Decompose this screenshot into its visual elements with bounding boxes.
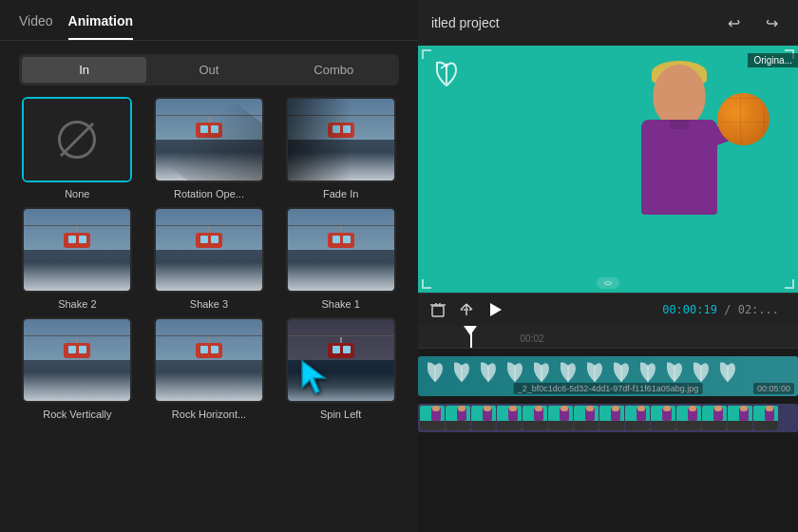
svg-rect-1 — [432, 306, 444, 316]
flip-button[interactable] — [458, 301, 475, 318]
timeline-video-track[interactable]: _2_bf0c1dc6-5d32-4dd1-97df-f11f61a05abg.… — [418, 352, 798, 400]
mini-thumb-13 — [728, 406, 752, 430]
animation-shake-2[interactable]: Shake 2 — [15, 207, 140, 310]
original-badge: Origina... — [748, 53, 798, 67]
mini-thumb-9 — [625, 406, 650, 430]
play-button[interactable] — [486, 301, 504, 318]
animation-rotation-open-thumb — [154, 97, 264, 182]
animations-grid: None — [0, 97, 418, 435]
animation-rock-horizontally[interactable]: Rock Horizont... — [147, 317, 272, 420]
animation-spin-left-thumb — [286, 317, 396, 403]
delete-button[interactable] — [429, 301, 446, 318]
animation-rock-vertically[interactable]: Rock Vertically — [15, 317, 140, 420]
track-clip-video: _2_bf0c1dc6-5d32-4dd1-97df-f11f61a05abg.… — [418, 356, 798, 396]
mini-thumb-8 — [599, 406, 624, 430]
mini-thumb-14 — [753, 406, 778, 430]
animation-rotation-open[interactable]: Rotation Ope... — [147, 97, 272, 200]
panel-tabs: Video Animation — [0, 0, 418, 41]
mini-thumb-3 — [471, 406, 496, 430]
animation-shake-3-label: Shake 3 — [190, 298, 228, 310]
tab-combo[interactable]: Combo — [272, 57, 396, 83]
mini-thumb-1 — [420, 406, 445, 430]
cablecar-scene-3 — [24, 209, 130, 291]
person-head — [654, 65, 706, 126]
corner-handle-bl[interactable] — [422, 279, 431, 289]
animation-shake-2-thumb — [22, 207, 132, 293]
project-title: itled project — [431, 15, 500, 30]
basketball — [717, 93, 770, 145]
animation-shake-1[interactable]: Shake 1 — [278, 207, 403, 310]
timeline-ruler: 00:02 — [418, 326, 798, 349]
animation-shake-2-label: Shake 2 — [58, 298, 96, 310]
mini-thumb-11 — [676, 406, 701, 430]
clip-duration: 00:05:00 — [753, 383, 794, 394]
mini-thumb-2 — [446, 406, 470, 430]
timeline-area: 00:02 — [418, 326, 798, 532]
ruler-marks: 00:02 — [494, 333, 570, 344]
corner-handle-br[interactable] — [785, 279, 794, 289]
video-preview: Origina... — [418, 46, 798, 293]
playhead-line — [470, 326, 472, 348]
animation-spin-left-label: Spin Left — [320, 408, 361, 420]
mini-thumb-5 — [522, 406, 547, 430]
animation-rock-vertically-thumb — [22, 317, 132, 403]
none-icon-container — [24, 99, 130, 180]
cablecar-scene-2 — [288, 99, 394, 180]
corner-handle-tl[interactable] — [422, 49, 431, 59]
cablecar-scene-4 — [156, 209, 262, 291]
cablecar-scene-5 — [288, 209, 394, 291]
no-symbol-icon — [58, 121, 96, 159]
clip-label: _2_bf0c1dc6-5d32-4dd1-97df-f11f61a05abg.… — [514, 383, 703, 394]
animation-none-label: None — [65, 188, 89, 200]
top-bar: itled project ↩ ↪ — [418, 0, 798, 46]
animation-fade-in-thumb — [286, 97, 396, 182]
animation-rock-vertically-label: Rock Vertically — [43, 408, 111, 420]
redo-button[interactable]: ↪ — [758, 10, 785, 36]
mini-thumb-7 — [574, 406, 598, 430]
animation-shake-3-thumb — [154, 207, 264, 293]
animation-fade-in[interactable]: Fade In — [278, 97, 403, 200]
watermark-logo — [428, 55, 466, 93]
left-panel: Video Animation In Out Combo None — [0, 0, 418, 532]
tab-out[interactable]: Out — [146, 57, 271, 83]
person-body — [641, 120, 717, 215]
animation-none[interactable]: None — [15, 97, 140, 200]
animation-spin-left[interactable]: Spin Left — [278, 317, 403, 420]
animation-rock-horizontally-label: Rock Horizont... — [172, 408, 246, 420]
animation-none-thumb — [22, 97, 132, 182]
mini-thumb-4 — [497, 406, 522, 430]
top-bar-icons: ↩ ↪ — [720, 10, 785, 36]
animation-rotation-open-label: Rotation Ope... — [174, 188, 244, 200]
cablecar-scene-7 — [156, 319, 262, 401]
tab-in[interactable]: In — [22, 57, 146, 83]
tab-video[interactable]: Video — [19, 13, 53, 40]
timeline-photo-track[interactable] — [418, 402, 798, 436]
track-clip-photo — [418, 404, 798, 432]
animation-rock-horizontally-thumb — [154, 317, 264, 403]
timeline-controls: 00:00:19 / 02:... — [418, 293, 798, 326]
tab-animation[interactable]: Animation — [68, 13, 133, 40]
time-display: 00:00:19 / 02:... — [662, 303, 779, 316]
mini-thumb-12 — [702, 406, 727, 430]
ruler-mark-00-02: 00:02 — [494, 333, 570, 344]
animation-shake-1-thumb — [286, 207, 396, 293]
in-out-tabs: In Out Combo — [19, 54, 399, 86]
cablecar-scene-6 — [24, 319, 130, 401]
cablecar-scene-8 — [288, 319, 394, 401]
person-figure — [598, 65, 760, 293]
bottom-handle[interactable] — [597, 277, 619, 289]
animation-fade-in-label: Fade In — [323, 188, 358, 200]
mini-thumb-10 — [651, 406, 675, 430]
right-panel: itled project ↩ ↪ — [418, 0, 798, 532]
svg-marker-6 — [490, 303, 502, 316]
cablecar-scene-1 — [156, 99, 262, 180]
mini-thumb-6 — [548, 406, 573, 430]
undo-button[interactable]: ↩ — [720, 10, 747, 36]
animation-shake-1-label: Shake 1 — [321, 298, 359, 310]
animation-shake-3[interactable]: Shake 3 — [147, 207, 272, 310]
